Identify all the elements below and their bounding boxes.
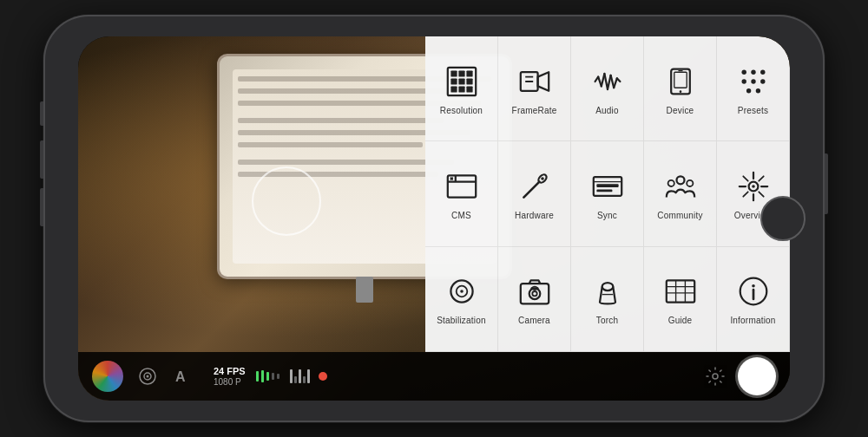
progress-bars (256, 370, 279, 382)
tablet-text-6 (238, 142, 423, 147)
svg-line-55 (759, 192, 763, 196)
svg-rect-66 (666, 281, 694, 303)
svg-point-76 (147, 375, 149, 378)
menu-label-resolution: Resolution (440, 106, 483, 115)
menu-item-hardware[interactable]: Hardware (498, 141, 571, 246)
stabilization-icon (443, 272, 481, 310)
svg-rect-44 (596, 190, 612, 192)
menu-item-community[interactable]: Community (644, 141, 717, 246)
level-4 (303, 376, 306, 383)
svg-point-28 (760, 69, 765, 74)
svg-rect-8 (458, 86, 464, 92)
svg-point-29 (741, 79, 746, 83)
menu-label-device: Device (667, 106, 694, 115)
menu-item-guide[interactable]: Guide (644, 247, 717, 352)
siri-button[interactable] (92, 361, 123, 392)
menu-label-sync: Sync (597, 211, 617, 220)
level-1 (290, 369, 293, 383)
menu-label-torch: Torch (596, 316, 618, 325)
menu-label-framerate: FrameRate (512, 106, 557, 115)
shutter-button[interactable] (738, 357, 776, 395)
menu-label-guide: Guide (668, 316, 693, 325)
device-icon (661, 62, 700, 101)
svg-line-54 (743, 176, 747, 180)
svg-point-78 (713, 374, 718, 379)
resolution-icon (443, 62, 481, 101)
bar-5 (277, 374, 279, 379)
phone-screen: Resolution FrameRate (78, 36, 790, 401)
svg-point-72 (752, 284, 755, 288)
mute-button[interactable] (40, 101, 43, 126)
level-2 (294, 376, 297, 383)
menu-item-camera[interactable]: Camera (498, 247, 571, 352)
svg-point-46 (667, 180, 674, 186)
svg-line-19 (610, 75, 614, 87)
svg-point-63 (532, 291, 536, 296)
settings-icon[interactable] (703, 364, 727, 388)
svg-point-31 (760, 79, 765, 83)
information-icon (734, 272, 773, 310)
svg-text:A: A (175, 369, 186, 384)
menu-label-presets: Presets (738, 106, 768, 115)
power-button[interactable] (825, 153, 828, 214)
guide-icon (661, 272, 700, 310)
bar-1 (256, 371, 259, 382)
menu-item-cms[interactable]: CMS (425, 141, 498, 246)
volume-up-button[interactable] (40, 140, 43, 179)
svg-line-56 (759, 176, 763, 180)
svg-point-33 (755, 88, 760, 93)
svg-rect-43 (596, 184, 618, 187)
tablet-stand (356, 277, 373, 303)
overview-icon (734, 167, 773, 205)
volume-down-button[interactable] (40, 188, 43, 226)
record-indicator (319, 372, 327, 381)
level-5 (307, 369, 310, 383)
menu-label-cms: CMS (451, 211, 471, 220)
menu-item-torch[interactable]: Torch (571, 247, 644, 352)
menu-label-hardware: Hardware (515, 211, 554, 220)
svg-rect-25 (678, 70, 682, 71)
svg-line-21 (616, 78, 620, 82)
svg-point-40 (541, 177, 544, 180)
svg-point-27 (751, 69, 755, 74)
menu-label-camera: Camera (518, 316, 550, 325)
bar-2 (261, 370, 264, 382)
framerate-icon (516, 62, 554, 101)
menu-item-information[interactable]: Information (717, 247, 790, 352)
svg-rect-2 (458, 70, 464, 76)
menu-item-sync[interactable]: Sync (571, 141, 644, 246)
camera-icon (516, 272, 554, 310)
community-icon (661, 167, 700, 205)
tablet-text-7 (238, 160, 454, 165)
menu-item-device[interactable]: Device (644, 36, 717, 141)
sync-icon (589, 167, 627, 205)
svg-rect-7 (450, 86, 457, 92)
svg-point-26 (741, 69, 746, 74)
phone-frame: Resolution FrameRate (43, 15, 825, 422)
svg-rect-1 (450, 70, 457, 76)
level-indicator (290, 369, 310, 383)
settings-menu: Resolution FrameRate (425, 36, 790, 352)
svg-point-30 (751, 79, 755, 83)
target-icon[interactable] (135, 364, 160, 388)
recording-info: 24 FPS 1080 P (214, 366, 246, 386)
svg-rect-5 (458, 78, 464, 84)
svg-point-60 (460, 290, 464, 294)
menu-item-framerate[interactable]: FrameRate (498, 36, 571, 141)
hardware-icon (516, 167, 554, 205)
bottom-controls: A 24 FPS 1080 P (78, 352, 790, 401)
auto-icon[interactable]: A (172, 364, 196, 388)
menu-item-stabilization[interactable]: Stabilization (425, 247, 498, 352)
menu-item-presets[interactable]: Presets (717, 36, 790, 141)
menu-item-resolution[interactable]: Resolution (425, 36, 498, 141)
fps-display: 24 FPS (214, 366, 246, 376)
cms-icon (443, 167, 481, 205)
svg-rect-6 (466, 78, 472, 84)
svg-rect-23 (674, 72, 686, 88)
level-3 (299, 369, 301, 383)
svg-rect-3 (466, 70, 472, 76)
tablet-text-4 (238, 118, 444, 123)
menu-item-audio[interactable]: Audio (571, 36, 644, 141)
torch-icon (589, 272, 627, 310)
home-button[interactable] (760, 196, 806, 241)
